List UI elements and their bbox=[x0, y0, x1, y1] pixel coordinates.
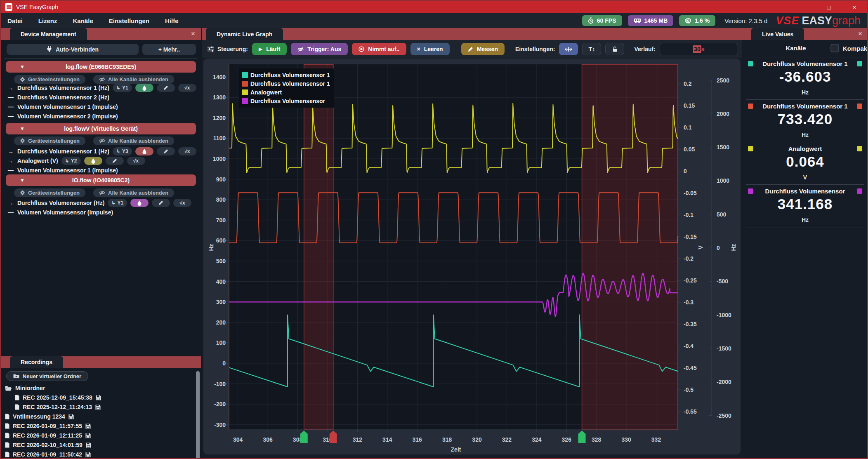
y-tick-label: 1300 bbox=[213, 94, 226, 101]
color-droplet-button[interactable] bbox=[135, 147, 153, 155]
tab-live-values[interactable]: Live Values bbox=[751, 28, 804, 40]
live-graph-panel: Dynamic Live Graph Steuerung: ▶ Läuft Tr… bbox=[202, 28, 742, 459]
live-values-panel: Live Values × Kanäle Kompakt Durchfluss … bbox=[742, 28, 868, 459]
collapse-icon[interactable]: ▼ bbox=[20, 126, 25, 132]
more-button[interactable]: + Mehr.. bbox=[142, 44, 196, 55]
recordings-folder-row[interactable]: Miniordner bbox=[5, 384, 45, 393]
run-button[interactable]: ▶ Läuft bbox=[252, 43, 287, 55]
recordings-file-row[interactable]: REC 2026-01-09_12:11:25 bbox=[5, 431, 91, 440]
live-graph-chart[interactable]: -300-200-1000100200300400500600700800900… bbox=[202, 56, 742, 459]
channel-visible-arrow: → bbox=[7, 200, 14, 206]
legend-item[interactable]: Durchfluss Volumensensor 1 bbox=[242, 71, 330, 79]
color-droplet-button[interactable] bbox=[130, 199, 149, 207]
trigger-button[interactable]: Trigger: Aus bbox=[291, 43, 348, 55]
legend-item[interactable]: Analogwert bbox=[242, 88, 330, 97]
device-header-logflow[interactable]: ▼ log.flow (E066BC93EDE5) bbox=[6, 61, 196, 73]
minimize-button[interactable]: – bbox=[790, 1, 816, 13]
channel-row[interactable]: — Volumen Volumensensor 1 (Impulse) bbox=[7, 166, 118, 175]
y-tick-label: 800 bbox=[216, 196, 226, 203]
scrollbar-thumb[interactable] bbox=[196, 371, 200, 459]
tab-dynamic-live-graph[interactable]: Dynamic Live Graph bbox=[206, 28, 283, 40]
axis-assign-button[interactable]: ↳Y3 bbox=[113, 147, 132, 155]
autoscale-button[interactable] bbox=[559, 43, 578, 55]
channel-row[interactable]: — Durchfluss Volumensensor 2 (Hz) bbox=[7, 93, 109, 102]
hide-all-channels-button[interactable]: Alle Kanäle ausblenden bbox=[93, 75, 174, 84]
legend-swatch bbox=[242, 89, 248, 95]
menu-lizenz[interactable]: Lizenz bbox=[38, 17, 57, 24]
app-logo-icon bbox=[5, 3, 12, 11]
formula-button[interactable]: √x bbox=[178, 147, 196, 155]
stopwatch-icon bbox=[588, 17, 594, 24]
auto-connect-button[interactable]: Auto-Verbinden bbox=[7, 44, 139, 55]
channel-color-square bbox=[857, 61, 862, 66]
formula-button[interactable]: √x bbox=[127, 157, 145, 165]
gear-icon bbox=[20, 138, 25, 144]
menu-einstellungen[interactable]: Einstellungen bbox=[109, 17, 149, 24]
recordings-file-row[interactable]: Vntilmessung 1234 bbox=[5, 412, 74, 421]
menu-hilfe[interactable]: Hilfe bbox=[165, 17, 179, 24]
y-tick-label: 100 bbox=[216, 339, 226, 346]
tab-device-management[interactable]: Device Management bbox=[10, 28, 87, 40]
channel-row[interactable]: → Analogwert (V) ↳Y2 √x bbox=[7, 156, 145, 165]
device-settings-button[interactable]: Geräteeinstellungen bbox=[14, 75, 85, 84]
rename-button[interactable] bbox=[106, 157, 124, 165]
record-icon bbox=[359, 46, 364, 52]
device-settings-button[interactable]: Geräteeinstellungen bbox=[14, 137, 85, 145]
formula-button[interactable]: √x bbox=[178, 84, 196, 92]
recordings-file-row[interactable]: REC 2026-01-09_11:50:42 bbox=[5, 450, 91, 459]
device-header-ioflow[interactable]: ▼ IO.flow (IO409805C2) bbox=[6, 174, 196, 186]
channel-row[interactable]: → Durchfluss Volumensensor (Hz) ↳Y1 √x bbox=[7, 198, 191, 207]
channel-row[interactable]: → Durchfluss Volumensensor 1 (Hz) ↳Y1 √x bbox=[7, 83, 196, 92]
channel-row[interactable]: — Volumen Volumensensor (Impulse) bbox=[7, 208, 113, 217]
color-droplet-button[interactable] bbox=[135, 84, 153, 92]
recordings-scrollbar[interactable] bbox=[196, 370, 200, 457]
recordings-file-row[interactable]: REC 2026-02-10_14:01:59 bbox=[5, 440, 91, 450]
device-header-logflowv[interactable]: ▼ log.flowV (Virtuelles Gerät) bbox=[6, 123, 196, 134]
formula-button[interactable]: √x bbox=[173, 199, 191, 207]
tab-recordings[interactable]: Recordings bbox=[10, 356, 63, 368]
title-bar[interactable]: VSE EasyGraph – □ × bbox=[1, 1, 867, 13]
record-button[interactable]: Nimmt auf.. bbox=[352, 43, 406, 55]
collapse-icon[interactable]: ▼ bbox=[20, 64, 25, 70]
measure-button[interactable]: Messen bbox=[461, 43, 505, 55]
hide-all-channels-button[interactable]: Alle Kanäle ausblenden bbox=[93, 137, 174, 145]
recordings-file-row[interactable]: REC 2026-01-09_11:57:55 bbox=[5, 421, 91, 431]
maximize-button[interactable]: □ bbox=[816, 1, 842, 13]
play-icon: ▶ bbox=[259, 46, 262, 52]
axis-assign-button[interactable]: ↳Y1 bbox=[113, 84, 132, 92]
legend-item[interactable]: Durchfluss Volumensensor bbox=[242, 97, 330, 105]
device-management-close-icon[interactable]: × bbox=[191, 30, 195, 38]
legend-item[interactable]: Durchfluss Volumensensor 1 bbox=[242, 79, 330, 88]
channel-row[interactable]: → Durchfluss Volumensensor 1 (Hz) ↳Y3 √x bbox=[7, 147, 196, 156]
recordings-file-row[interactable]: REC 2025-12-09_15:45:38 bbox=[15, 393, 101, 402]
divider bbox=[746, 184, 864, 185]
y-tick-label: -0.05 bbox=[684, 190, 697, 196]
live-value: -36.603 bbox=[742, 68, 868, 85]
verlauf-input[interactable]: 30s bbox=[660, 43, 738, 55]
channel-row[interactable]: — Volumen Volumensensor 1 (Impulse) bbox=[7, 102, 118, 111]
rename-button[interactable] bbox=[157, 147, 175, 155]
close-button[interactable]: × bbox=[842, 1, 867, 13]
floppy-icon bbox=[85, 452, 91, 457]
color-droplet-button[interactable] bbox=[84, 157, 102, 165]
hide-all-channels-button[interactable]: Alle Kanäle ausblenden bbox=[93, 188, 174, 197]
lock-button[interactable] bbox=[605, 43, 624, 55]
live-value-unit: Hz bbox=[742, 132, 868, 138]
new-virtual-folder-button[interactable]: Neuer virtueller Ordner bbox=[6, 371, 88, 381]
axis-assign-button[interactable]: ↳Y1 bbox=[108, 199, 127, 207]
device-settings-button[interactable]: Geräteeinstellungen bbox=[14, 188, 85, 197]
text-size-button[interactable]: T↕ bbox=[582, 43, 601, 55]
live-values-close-icon[interactable]: × bbox=[858, 30, 862, 38]
kompakt-checkbox[interactable] bbox=[830, 44, 839, 52]
clear-button[interactable]: × Leeren bbox=[410, 43, 450, 55]
channel-row[interactable]: — Volumen Volumensensor 2 (Impulse) bbox=[7, 112, 118, 121]
recordings-file-row[interactable]: REC 2025-12-12_11:24:13 bbox=[15, 403, 101, 412]
rename-button[interactable] bbox=[152, 199, 170, 207]
channel-hidden-dash: — bbox=[7, 113, 14, 120]
axis-assign-button[interactable]: ↳Y2 bbox=[61, 157, 81, 165]
menu-kanaele[interactable]: Kanäle bbox=[73, 17, 93, 24]
collapse-icon[interactable]: ▼ bbox=[20, 177, 25, 183]
einstellungen-label: Einstellungen: bbox=[515, 46, 555, 52]
rename-button[interactable] bbox=[157, 84, 175, 92]
menu-datei[interactable]: Datei bbox=[7, 17, 23, 24]
